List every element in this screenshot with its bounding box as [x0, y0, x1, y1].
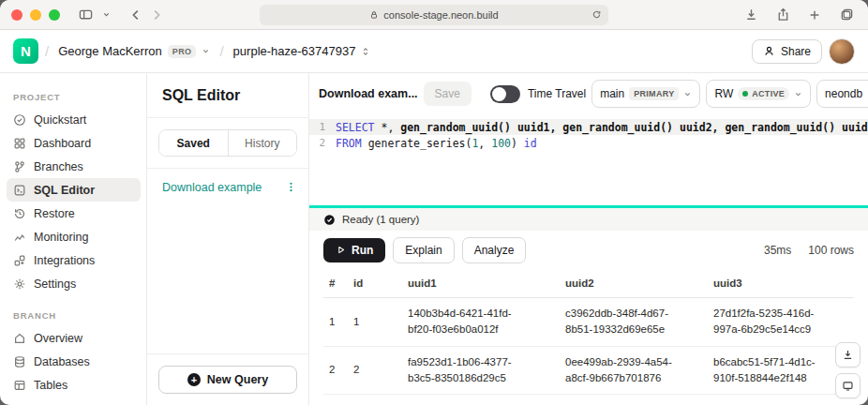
- tab-saved[interactable]: Saved: [159, 130, 228, 156]
- user-menu[interactable]: George MacKerron PRO: [55, 42, 213, 60]
- run-toolbar: Run Explain Analyze 35ms 100 rows: [309, 231, 868, 269]
- chevron-down-icon: [202, 47, 210, 55]
- cell-id: 3: [348, 395, 402, 405]
- cell-index: 2: [323, 346, 348, 395]
- saved-query-label: Download example: [162, 181, 262, 194]
- cell-id: 1: [348, 298, 402, 347]
- database-selector[interactable]: neondb: [816, 80, 868, 108]
- sql-text: ,: [478, 137, 491, 150]
- settings-icon: [13, 278, 26, 291]
- zoom-window-button[interactable]: [49, 9, 60, 21]
- connection-selectors: main PRIMARY RW ACTIVE neondb: [591, 80, 868, 108]
- sql-editor-textarea[interactable]: 1 SELECT *, gen_random_uuid() uuid1, gen…: [309, 114, 868, 205]
- sidebar-item-overview[interactable]: Overview: [7, 326, 141, 350]
- time-travel-label: Time Travel: [528, 87, 586, 100]
- dashboard-icon: [13, 137, 26, 150]
- panel-bottom: + New Query: [147, 353, 308, 405]
- save-button[interactable]: Save: [424, 82, 471, 106]
- queries-panel: SQL Editor Saved History Download exampl…: [147, 73, 309, 405]
- line-number: 1: [309, 121, 336, 133]
- sidebar-item-quickstart[interactable]: Quickstart: [7, 108, 141, 131]
- code-content: SELECT *, gen_random_uuid() uuid1, gen_r…: [336, 121, 868, 134]
- reload-icon[interactable]: [591, 9, 602, 20]
- overview-icon: [13, 332, 26, 345]
- browser-actions: [741, 4, 857, 26]
- neon-logo[interactable]: N: [13, 38, 38, 64]
- sql-text: uuid3: [835, 121, 868, 134]
- sql-function: gen_random_uuid(): [562, 121, 673, 134]
- sidebar-item-sql-editor[interactable]: SQL Editor: [7, 178, 141, 202]
- breadcrumb-separator: /: [219, 43, 223, 59]
- close-window-button[interactable]: [11, 9, 22, 21]
- compute-selector[interactable]: RW ACTIVE: [706, 80, 811, 108]
- project-name: purple-haze-63747937: [233, 44, 356, 58]
- restore-icon: [13, 207, 26, 220]
- cell-uuid2: 0ee499ab-2939-4a54-a8cf-9b667b701876: [560, 346, 708, 395]
- pro-badge: PRO: [168, 45, 197, 58]
- saved-query-item[interactable]: Download example: [147, 169, 308, 205]
- share-button[interactable]: Share: [752, 39, 822, 64]
- sidebar-item-dashboard[interactable]: Dashboard: [7, 131, 141, 155]
- run-button-label: Run: [352, 244, 373, 257]
- sidebar-item-databases[interactable]: Databases: [7, 350, 141, 373]
- sidebar-item-restore[interactable]: Restore: [7, 202, 141, 225]
- run-button[interactable]: Run: [323, 238, 385, 262]
- sidebar-item-label: Branches: [34, 160, 83, 173]
- minimize-window-button[interactable]: [30, 9, 41, 21]
- sidebar-item-tables[interactable]: Tables: [7, 373, 141, 397]
- check-circle-icon: [13, 113, 26, 127]
- new-query-button[interactable]: + New Query: [158, 366, 297, 394]
- share-icon[interactable]: [772, 4, 793, 26]
- sidebar-item-label: Restore: [34, 207, 75, 220]
- table-header-row: # id uuid1 uuid2 uuid3: [323, 269, 854, 298]
- back-button[interactable]: [126, 4, 146, 26]
- chevrons-up-down-icon: [361, 47, 370, 56]
- cell-index: 3: [323, 395, 348, 405]
- table-row: 3 3 68ccbcca-7715-4266-b6c5-9f7a14ea6e5e…: [323, 395, 854, 405]
- chevron-down-icon[interactable]: [96, 4, 116, 26]
- query-row-count: 100 rows: [808, 244, 854, 257]
- sql-editor-icon: [13, 184, 26, 197]
- explain-button[interactable]: Explain: [393, 237, 454, 263]
- download-results-button[interactable]: [835, 342, 861, 368]
- branch-section-label: BRANCH: [0, 310, 146, 321]
- cell-uuid1: 68ccbcca-7715-4266-b6c5-9f7a14ea6e5e: [402, 395, 560, 405]
- cell-uuid1: 140b3b4d-6421-41fd-bf20-f03e6b0a012f: [402, 298, 560, 347]
- monitoring-icon: [13, 231, 26, 244]
- cell-index: 1: [323, 298, 348, 347]
- line-number: 2: [309, 137, 336, 149]
- downloads-icon[interactable]: [741, 4, 761, 26]
- cell-uuid1: fa9523d1-1b06-4377-b3c5-8350186d29c5: [402, 346, 560, 395]
- sql-keyword: SELECT: [336, 121, 375, 134]
- time-travel-toggle[interactable]: [490, 85, 520, 103]
- avatar[interactable]: [829, 38, 855, 65]
- code-content: FROM generate_series(1, 100) id: [336, 137, 537, 150]
- project-menu[interactable]: purple-haze-63747937: [231, 42, 374, 60]
- sidebar-item-label: Dashboard: [34, 137, 91, 150]
- queries-tabs-wrap: Saved History: [147, 118, 308, 169]
- sidebar-item-branches[interactable]: Branches: [7, 155, 141, 178]
- address-bar[interactable]: console-stage.neon.build: [260, 5, 608, 25]
- share-button-label: Share: [781, 45, 811, 58]
- sql-text: uuid2,: [673, 121, 725, 134]
- sidebar-item-monitoring[interactable]: Monitoring: [7, 225, 141, 248]
- kebab-menu-icon[interactable]: [283, 179, 299, 195]
- primary-badge: PRIMARY: [629, 87, 679, 100]
- project-sidebar: PROJECT Quickstart Dashboard Branches SQ…: [0, 73, 147, 405]
- branch-selector[interactable]: main PRIMARY: [591, 80, 700, 108]
- cell-uuid3: b6cabc51-5f71-4d1c-910f-518844e2f148: [708, 346, 854, 395]
- sidebar-item-settings[interactable]: Settings: [7, 272, 141, 295]
- forward-button[interactable]: [146, 4, 167, 26]
- column-header: #: [323, 269, 348, 298]
- sidebar-toggle-icon[interactable]: [75, 4, 96, 26]
- sidebar-item-label: Databases: [34, 355, 90, 368]
- sidebar-item-integrations[interactable]: Integrations: [7, 248, 141, 272]
- expand-results-button[interactable]: [835, 373, 861, 398]
- new-tab-icon[interactable]: [804, 4, 825, 26]
- tab-history[interactable]: History: [228, 130, 297, 156]
- results-table: # id uuid1 uuid2 uuid3 1 1 140b3b4d-6421…: [323, 269, 854, 405]
- tab-overview-icon[interactable]: [836, 4, 857, 26]
- app-header: N / George MacKerron PRO / purple-haze-6…: [0, 30, 868, 73]
- cell-uuid2: c38f2ad9-de40-4266-a918-ae947c732ed0: [560, 395, 708, 405]
- analyze-button[interactable]: Analyze: [462, 237, 527, 263]
